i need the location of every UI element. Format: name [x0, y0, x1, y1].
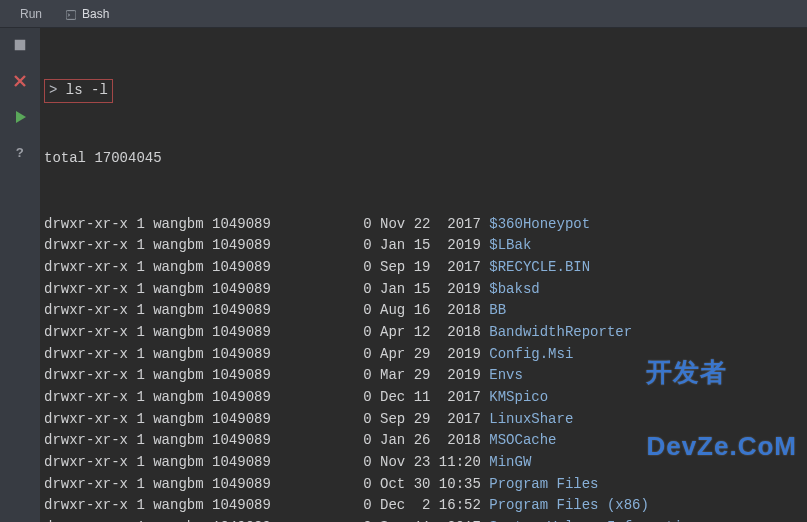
list-row: drwxr-xr-x 1 wangbm 1049089 0 Dec 11 201… — [44, 387, 799, 409]
file-name: Config.Msi — [489, 346, 573, 362]
file-name: $LBak — [489, 237, 531, 253]
list-row: drwxr-xr-x 1 wangbm 1049089 0 Jan 15 201… — [44, 279, 799, 301]
close-icon[interactable] — [11, 72, 29, 90]
file-name: MinGW — [489, 454, 531, 470]
play-icon[interactable] — [11, 108, 29, 126]
file-name: Envs — [489, 367, 523, 383]
svg-text:?: ? — [16, 146, 24, 160]
list-row: drwxr-xr-x 1 wangbm 1049089 0 Sep 11 201… — [44, 517, 799, 522]
file-name: MSOCache — [489, 432, 556, 448]
tab-run[interactable]: Run — [8, 3, 54, 25]
total-line: total 17004045 — [44, 148, 799, 170]
list-row: drwxr-xr-x 1 wangbm 1049089 0 Oct 30 10:… — [44, 474, 799, 496]
terminal-icon — [66, 9, 76, 19]
list-row: drwxr-xr-x 1 wangbm 1049089 0 Mar 29 201… — [44, 365, 799, 387]
file-name: $RECYCLE.BIN — [489, 259, 590, 275]
list-row: drwxr-xr-x 1 wangbm 1049089 0 Dec 2 16:5… — [44, 495, 799, 517]
help-icon[interactable]: ? — [11, 144, 29, 162]
tab-bash[interactable]: Bash — [54, 3, 121, 25]
file-name: $baksd — [489, 281, 539, 297]
list-row: drwxr-xr-x 1 wangbm 1049089 0 Apr 29 201… — [44, 344, 799, 366]
bash-label: Bash — [82, 7, 109, 21]
stop-icon[interactable] — [11, 36, 29, 54]
list-row: drwxr-xr-x 1 wangbm 1049089 0 Jan 15 201… — [44, 235, 799, 257]
list-row: drwxr-xr-x 1 wangbm 1049089 0 Nov 23 11:… — [44, 452, 799, 474]
list-row: drwxr-xr-x 1 wangbm 1049089 0 Nov 22 201… — [44, 214, 799, 236]
gutter: ? — [0, 28, 40, 522]
file-name: BandwidthReporter — [489, 324, 632, 340]
file-name: $360Honeypot — [489, 216, 590, 232]
list-row: drwxr-xr-x 1 wangbm 1049089 0 Aug 16 201… — [44, 300, 799, 322]
file-name: Program Files — [489, 476, 598, 492]
tab-bar: Run Bash — [0, 0, 807, 28]
list-row: drwxr-xr-x 1 wangbm 1049089 0 Sep 19 201… — [44, 257, 799, 279]
file-name: KMSpico — [489, 389, 548, 405]
file-name: Program Files (x86) — [489, 497, 649, 513]
svg-rect-1 — [15, 40, 26, 51]
svg-rect-0 — [66, 10, 76, 19]
file-name: LinuxShare — [489, 411, 573, 427]
prompt: > — [49, 82, 57, 98]
command-line: > ls -l — [44, 79, 799, 105]
file-listing: drwxr-xr-x 1 wangbm 1049089 0 Nov 22 201… — [44, 214, 799, 523]
run-label: Run — [20, 7, 42, 21]
list-row: drwxr-xr-x 1 wangbm 1049089 0 Apr 12 201… — [44, 322, 799, 344]
terminal-output[interactable]: > ls -l total 17004045 drwxr-xr-x 1 wang… — [40, 28, 807, 522]
command-text: ls -l — [66, 82, 108, 98]
main-area: ? > ls -l total 17004045 drwxr-xr-x 1 wa… — [0, 28, 807, 522]
file-name: BB — [489, 302, 506, 318]
list-row: drwxr-xr-x 1 wangbm 1049089 0 Sep 29 201… — [44, 409, 799, 431]
list-row: drwxr-xr-x 1 wangbm 1049089 0 Jan 26 201… — [44, 430, 799, 452]
